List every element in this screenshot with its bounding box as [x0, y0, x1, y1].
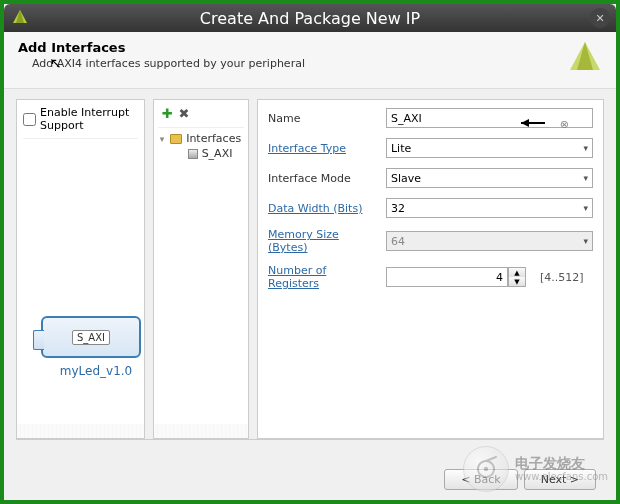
watermark: 电子发烧友 www.elecfans.com — [463, 446, 608, 492]
spinner-up-icon[interactable]: ▲ — [509, 268, 525, 277]
tree-item-s-axi[interactable]: S_AXI — [188, 147, 242, 160]
svg-point-6 — [484, 467, 488, 471]
ip-name-label: myLed_v1.0 — [41, 364, 151, 378]
num-registers-input[interactable] — [386, 267, 508, 287]
window-title: Create And Package New IP — [200, 9, 420, 28]
panel-resize-handle[interactable] — [154, 424, 248, 438]
page-subtitle: ↖ Add AXI4 interfaces supported by your … — [32, 57, 305, 70]
page-title: Add Interfaces — [18, 40, 305, 55]
interface-mode-label: Interface Mode — [268, 172, 378, 185]
memory-size-label[interactable]: Memory Size (Bytes) — [268, 228, 378, 254]
memory-size-select: 64 — [386, 231, 593, 251]
interfaces-tree-panel: ✚ ✖ Interfaces S_AXI — [153, 99, 249, 439]
folder-icon — [170, 134, 182, 144]
app-logo-icon — [12, 9, 28, 29]
properties-panel: Name ⊗ Interface Type Lite Interface Mod… — [257, 99, 604, 439]
mouse-cursor-icon: ↖ — [50, 55, 62, 71]
num-registers-range: [4..512] — [540, 271, 584, 284]
preview-panel: Enable Interrupt Support S_AXI myLed_v1.… — [16, 99, 145, 439]
watermark-icon — [463, 446, 509, 492]
interface-icon — [188, 149, 198, 159]
tree-folder-interfaces[interactable]: Interfaces — [160, 132, 242, 145]
title-bar: Create And Package New IP ✕ — [4, 4, 616, 32]
ip-symbol: S_AXI — [41, 316, 141, 358]
enable-interrupt-checkbox[interactable] — [23, 113, 36, 126]
ip-block-preview: S_AXI myLed_v1.0 — [41, 316, 151, 378]
annotation-arrow-icon — [519, 117, 549, 132]
ip-port-label: S_AXI — [72, 330, 110, 345]
add-interface-icon[interactable]: ✚ — [162, 106, 173, 121]
interface-mode-select[interactable]: Slave — [386, 168, 593, 188]
close-icon[interactable]: ✕ — [590, 8, 610, 28]
panel-resize-handle[interactable] — [17, 424, 144, 438]
interface-type-select[interactable]: Lite — [386, 138, 593, 158]
data-width-select[interactable]: 32 — [386, 198, 593, 218]
num-registers-spinner[interactable]: ▲ ▼ — [386, 267, 526, 287]
svg-marker-5 — [521, 119, 529, 127]
vendor-logo-icon — [568, 40, 602, 78]
data-width-label[interactable]: Data Width (Bits) — [268, 202, 378, 215]
watermark-text-line1: 电子发烧友 — [515, 456, 608, 471]
wizard-header: Add Interfaces ↖ Add AXI4 interfaces sup… — [4, 32, 616, 89]
watermark-text-line2: www.elecfans.com — [515, 471, 608, 482]
enable-interrupt-label: Enable Interrupt Support — [40, 106, 138, 132]
remove-interface-icon[interactable]: ✖ — [179, 106, 190, 121]
interface-type-label[interactable]: Interface Type — [268, 142, 378, 155]
spinner-down-icon[interactable]: ▼ — [509, 277, 525, 286]
num-registers-label[interactable]: Number of Registers — [268, 264, 378, 290]
name-label: Name — [268, 112, 378, 125]
footer-separator — [16, 439, 604, 440]
clear-input-icon[interactable]: ⊗ — [560, 118, 569, 131]
